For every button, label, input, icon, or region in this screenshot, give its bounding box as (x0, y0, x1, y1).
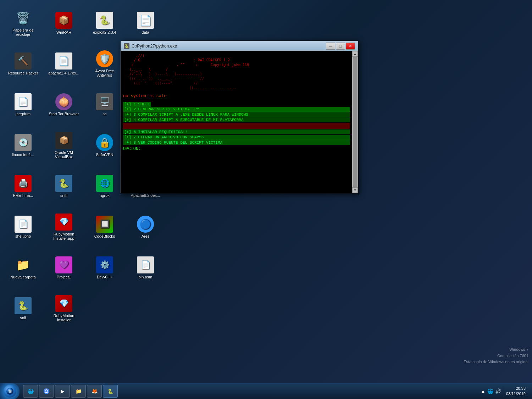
windows-info: Windows 7 Compilación 7601 Esta copia de… (464, 347, 528, 365)
icon-label: RubyMotion Installer (47, 314, 81, 322)
taskbar: ⊞ 🌐 ▶ 📁 🦊 🐍 (0, 383, 532, 399)
terminal-titlebar: 🐍 C:\Python27\python.exe ─ □ ✕ (121, 41, 358, 51)
terminal-taskbar-icon: 🐍 (107, 388, 114, 395)
menu-item-7: [+] 7 CIFRAR UN ARCHIVO CON SHA256 (123, 135, 350, 140)
icon-shellphp[interactable]: 📄 shell.php (4, 207, 43, 246)
icon-data[interactable]: 📄 data (126, 4, 165, 43)
terminal-body[interactable]: ,//) / 6 : RAT CRACKER 1.2 / .-"" : Copy… (121, 51, 358, 193)
ie-icon: 🌐 (27, 388, 34, 395)
icon-start-tor[interactable]: 🧅 Start Tor Browser (44, 85, 83, 124)
close-button[interactable]: ✕ (346, 43, 355, 50)
chrome-icon (43, 388, 50, 395)
windows-build: Compilación 7601 (464, 353, 528, 359)
folder-icon: 📁 (75, 388, 82, 395)
start-button[interactable]: ⊞ (0, 383, 20, 399)
icon-codeblocks[interactable]: 🔲 CodeBlocks (85, 207, 124, 246)
menu-item-4: [+] 4 COMPILAR SCRIPT A EJECUTABLE DE MI… (123, 117, 350, 122)
icon-label: Oracle VM VirtualBox (47, 150, 81, 159)
menu-item-6: [+] 6 INSTALAR REQUISITOS!! (123, 129, 350, 134)
scroll-up-button[interactable]: ▲ (352, 51, 358, 57)
taskbar-firefox[interactable]: 🦊 (87, 385, 102, 398)
desktop: 🗑️ Papelera de reciclaje 📦 WinRAR 🐍 expl… (0, 0, 532, 383)
icon-label: ngrok (100, 193, 110, 198)
clock-time: 20:33 (506, 386, 526, 391)
taskbar-ie[interactable]: 🌐 (23, 385, 38, 398)
icon-snif[interactable]: 🐍 snif (4, 289, 43, 328)
icon-label: Start Tor Browser (49, 112, 79, 116)
no-system-text: no system is safe (123, 94, 350, 99)
terminal-window: 🐍 C:\Python27\python.exe ─ □ ✕ ,//) / 6 … (121, 41, 358, 193)
menu-item-3: [+] 3 COMPILAR SCRIPT A .EXE DESDE LINUX… (123, 112, 350, 117)
terminal-title: C:\Python27\python.exe (132, 44, 326, 49)
taskbar-terminal[interactable]: 🐍 (103, 385, 118, 398)
icon-ares[interactable]: 🔵 Ares (126, 207, 165, 246)
icon-avast[interactable]: 🛡️ Avast Free Antivirus (85, 44, 124, 83)
taskbar-chrome[interactable] (39, 385, 54, 398)
firefox-taskbar-icon: 🦊 (91, 388, 98, 395)
clock-date: 03/11/2019 (506, 391, 526, 397)
icon-binasm[interactable]: 📄 bin.asm (126, 248, 165, 287)
minimize-button[interactable]: ─ (326, 43, 335, 50)
icon-winrar[interactable]: 📦 WinRAR (44, 4, 83, 43)
icon-label: bin.asm (139, 275, 153, 279)
tray-network[interactable]: 🌐 (487, 388, 493, 394)
sys-tray: ▲ 🌐 🔊 (481, 388, 501, 394)
icon-label: shell.php (15, 234, 31, 238)
icon-label: data (142, 30, 149, 34)
opcion-prompt[interactable]: OPCION: (123, 146, 350, 151)
icon-label: Ares (142, 234, 150, 238)
icon-label: jpegdum (16, 112, 31, 116)
tray-volume[interactable]: 🔊 (495, 388, 501, 394)
icon-label: CodeBlocks (94, 234, 115, 238)
media-icon: ▶ (59, 388, 66, 395)
icon-label: snif (20, 316, 26, 320)
taskbar-right: ▲ 🌐 🔊 20:33 03/11/2019 (477, 386, 532, 397)
svg-point-4 (45, 390, 48, 392)
icon-oracle[interactable]: 📦 Oracle VM VirtualBox (44, 126, 83, 165)
icon-label: RubyMotion Installer.app (47, 232, 81, 240)
taskbar-media[interactable]: ▶ (55, 385, 70, 398)
icon-apache[interactable]: 📄 apache2.4.17ex... (44, 44, 83, 83)
icon-label: WinRAR (56, 30, 71, 34)
taskbar-folder[interactable]: 📁 (71, 385, 86, 398)
icon-label: sniff (60, 193, 67, 198)
icon-label: apache2.4.17ex... (48, 71, 79, 75)
icon-ngrok[interactable]: 🌐 ngrok (85, 167, 124, 206)
icon-rubymotion-app[interactable]: 💎 RubyMotion Installer.app (44, 207, 83, 246)
icon-recycle[interactable]: 🗑️ Papelera de reciclaje (4, 4, 43, 43)
icon-resource-hacker[interactable]: 🔨 Resource Hacker (4, 44, 43, 83)
icon-label: PRET-ma... (13, 193, 33, 198)
menu-item-1: [+] 1 SHELL (123, 102, 151, 107)
scroll-down-button[interactable]: ▼ (352, 187, 358, 193)
icon-exploit[interactable]: 🐍 exploit2.2.3.4 (85, 4, 124, 43)
icon-safervpn[interactable]: 🔒 SaferVPN (85, 126, 124, 165)
icon-devcpp[interactable]: ⚙️ Dev-C++ (85, 248, 124, 287)
tray-arrow[interactable]: ▲ (481, 388, 486, 394)
windows-genuine: Esta copia de Windows no es original (464, 359, 528, 365)
taskbar-items: 🌐 ▶ 📁 🦊 🐍 (21, 383, 477, 399)
icon-label: Papelera de reciclaje (6, 28, 40, 37)
icon-label: linuxmint-1... (12, 153, 34, 157)
terminal-icon: 🐍 (124, 43, 129, 49)
terminal-content: ,//) / 6 : RAT CRACKER 1.2 / .-"" : Copy… (121, 51, 352, 193)
scroll-thumb[interactable] (353, 57, 358, 187)
icon-sc[interactable]: 🖥️ sc (85, 85, 124, 124)
icon-label: Avast Free Antivirus (88, 69, 121, 77)
clock-area[interactable]: 20:33 03/11/2019 (503, 386, 528, 397)
icon-label: sc (103, 112, 107, 116)
icon-label: Apache8.2.0ex... (131, 193, 160, 198)
icon-linuxmint[interactable]: 💿 linuxmint-1... (4, 126, 43, 165)
maximize-button[interactable]: □ (336, 43, 345, 50)
svg-text:⊞: ⊞ (8, 389, 11, 393)
icon-rubyinstaller[interactable]: 💎 RubyMotion Installer (44, 289, 83, 328)
terminal-scrollbar[interactable]: ▲ ▼ (352, 51, 358, 193)
icon-carpeta[interactable]: 📁 Nueva carpeta (4, 248, 43, 287)
icon-label: SaferVPN (96, 153, 113, 157)
menu-item-8: [+] 8 VER CODIGO FUENTE DEL SCRIPT VICTI… (123, 140, 350, 145)
icon-project1[interactable]: 💜 Project1 (44, 248, 83, 287)
icon-sniff[interactable]: 🐍 sniff (44, 167, 83, 206)
icon-label: Resource Hacker (8, 71, 38, 75)
terminal-controls: ─ □ ✕ (326, 43, 355, 50)
icon-jpegdump[interactable]: 📄 jpegdum (4, 85, 43, 124)
icon-pret[interactable]: 🖨️ PRET-ma... (4, 167, 43, 206)
